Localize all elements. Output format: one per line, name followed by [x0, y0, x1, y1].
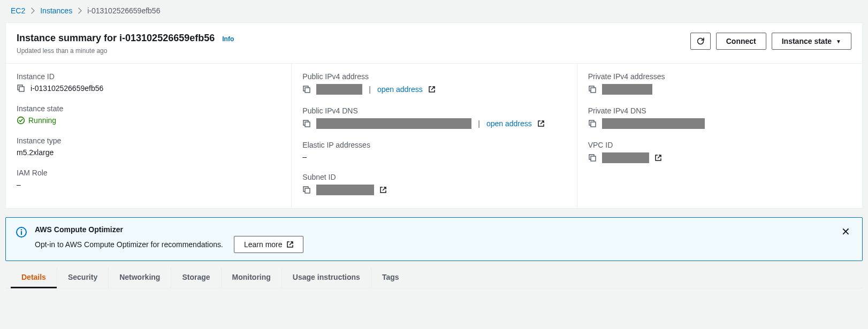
- elastic-ip-label: Elastic IP addresses: [302, 141, 566, 149]
- breadcrumb-current: i-013102526659efb56: [87, 6, 160, 15]
- close-icon: ✕: [841, 226, 850, 238]
- caret-down-icon: ▼: [836, 39, 841, 44]
- summary-col-2: Public IPv4 address | open address: [291, 63, 576, 208]
- private-dns-value: [602, 118, 705, 129]
- external-link-icon: [537, 120, 545, 127]
- tabs: Details Security Networking Storage Moni…: [5, 267, 863, 288]
- open-address-link[interactable]: open address: [377, 85, 423, 94]
- private-dns-label: Private IPv4 DNS: [588, 106, 851, 115]
- svg-rect-3: [305, 122, 310, 127]
- private-ipv4-value: [602, 84, 652, 95]
- tab-networking[interactable]: Networking: [108, 267, 171, 288]
- notice-text: Opt-in to AWS Compute Optimizer for reco…: [35, 240, 223, 249]
- chevron-right-icon: [31, 7, 35, 14]
- private-ipv4-label: Private IPv4 addresses: [588, 72, 851, 81]
- tab-security[interactable]: Security: [57, 267, 108, 288]
- copy-icon[interactable]: [302, 85, 311, 94]
- instance-id-value: i-013102526659efb56: [31, 84, 103, 93]
- refresh-icon: [696, 37, 705, 45]
- summary-col-1: Instance ID i-013102526659efb56 Instance…: [6, 63, 291, 208]
- external-link-icon: [428, 86, 436, 93]
- public-dns-value: [316, 118, 471, 129]
- external-link-icon[interactable]: [654, 154, 662, 162]
- open-address-link[interactable]: open address: [486, 119, 532, 128]
- copy-icon[interactable]: [588, 154, 597, 162]
- summary-col-3: Private IPv4 addresses Private IPv4 DNS: [577, 63, 862, 208]
- subnet-id-value: [316, 185, 374, 195]
- instance-type-value: m5.2xlarge: [17, 148, 54, 157]
- copy-icon[interactable]: [302, 186, 311, 194]
- tab-details[interactable]: Details: [11, 267, 57, 288]
- page-title: Instance summary for i-013102526659efb56: [17, 33, 215, 44]
- refresh-button[interactable]: [690, 33, 711, 50]
- status-badge: Running: [17, 116, 56, 125]
- tab-storage[interactable]: Storage: [171, 267, 220, 288]
- tab-usage-instructions[interactable]: Usage instructions: [281, 267, 371, 288]
- vpc-id-value: [602, 152, 649, 163]
- instance-summary-panel: Instance summary for i-013102526659efb56…: [5, 22, 863, 209]
- copy-icon[interactable]: [588, 85, 597, 94]
- copy-icon[interactable]: [588, 119, 597, 128]
- breadcrumb-root[interactable]: EC2: [11, 6, 25, 15]
- info-icon: [16, 226, 27, 238]
- vpc-id-label: VPC ID: [588, 141, 851, 149]
- tab-tags[interactable]: Tags: [371, 267, 410, 288]
- svg-rect-0: [19, 87, 24, 91]
- instance-id-label: Instance ID: [17, 72, 280, 81]
- public-ipv4-label: Public IPv4 address: [302, 72, 566, 81]
- instance-state-button[interactable]: Instance state ▼: [772, 33, 851, 50]
- connect-button[interactable]: Connect: [716, 33, 766, 50]
- chevron-right-icon: [78, 7, 82, 14]
- breadcrumb: EC2 Instances i-013102526659efb56: [5, 0, 863, 22]
- subnet-id-label: Subnet ID: [302, 173, 566, 181]
- notice-title: AWS Compute Optimizer: [35, 225, 832, 234]
- external-link-icon[interactable]: [379, 186, 387, 194]
- svg-rect-7: [591, 156, 596, 161]
- tab-monitoring[interactable]: Monitoring: [221, 267, 281, 288]
- elastic-ip-value: –: [302, 152, 307, 161]
- svg-rect-6: [591, 122, 596, 127]
- copy-icon[interactable]: [302, 119, 311, 128]
- instance-state-label: Instance state: [17, 104, 280, 113]
- learn-more-button[interactable]: Learn more: [234, 236, 303, 253]
- svg-rect-4: [305, 188, 310, 193]
- updated-subtitle: Updated less than a minute ago: [17, 47, 234, 55]
- info-link[interactable]: Info: [222, 35, 234, 43]
- svg-rect-2: [305, 88, 310, 93]
- public-ipv4-value: [316, 84, 362, 95]
- iam-role-label: IAM Role: [17, 169, 280, 177]
- external-link-icon: [287, 241, 293, 248]
- breadcrumb-instances[interactable]: Instances: [40, 6, 72, 15]
- close-button[interactable]: ✕: [839, 225, 852, 238]
- compute-optimizer-notice: AWS Compute Optimizer Opt-in to AWS Comp…: [5, 217, 863, 261]
- iam-role-value: –: [17, 180, 21, 189]
- svg-point-9: [21, 229, 22, 231]
- svg-rect-10: [21, 231, 22, 235]
- instance-type-label: Instance type: [17, 136, 280, 145]
- copy-icon[interactable]: [17, 84, 25, 93]
- svg-rect-5: [591, 88, 596, 93]
- public-dns-label: Public IPv4 DNS: [302, 106, 566, 115]
